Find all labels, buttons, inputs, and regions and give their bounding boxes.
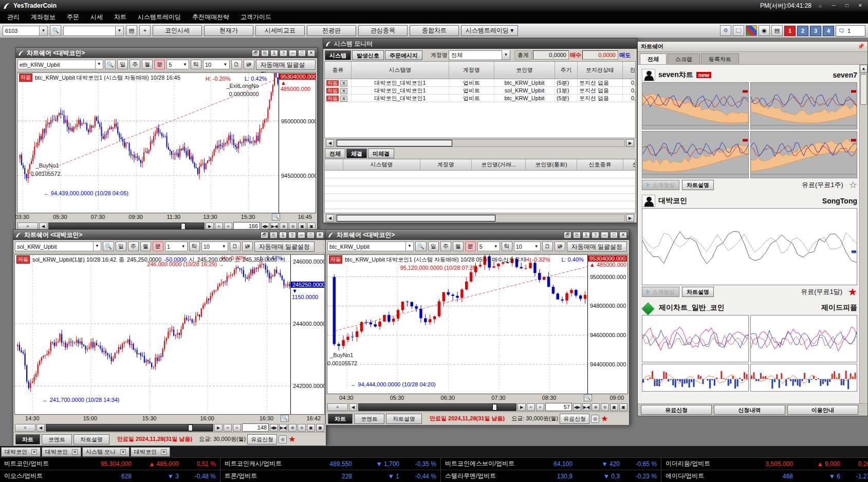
tick-button[interactable]: 틱: [189, 242, 200, 251]
workspace-page-3[interactable]: 3: [810, 26, 821, 36]
screen-number-combo[interactable]: 6103▼: [3, 26, 48, 36]
nav-systemtrading-dropdown[interactable]: 시스템트레이딩 ▾: [461, 25, 518, 36]
chart-card[interactable]: 제이차트_일반_코인 제이드피플: [642, 301, 857, 392]
chart-scrollbar[interactable]: ≡◀ ▶«» 148 ◀▶▶◀⊕⊖▣▣: [13, 423, 326, 432]
chart-thumbnail[interactable]: [642, 131, 749, 178]
record-icon[interactable]: ◎: [279, 435, 287, 443]
popout-icon[interactable]: ⎘: [261, 50, 269, 57]
col-header[interactable]: 신호가격: [623, 159, 636, 170]
chevron-down-icon[interactable]: ▼: [222, 62, 229, 67]
table-row[interactable]: 자동 X 대박코인_대박코인1 업비트 btc_KRW_Upbit (5분) 포…: [325, 95, 635, 102]
col-header[interactable]: 포지션상태: [578, 62, 623, 79]
chart-settings-icon[interactable]: 🗋: [542, 242, 553, 251]
menu-item[interactable]: 계좌정보: [31, 13, 56, 22]
chart-thumbnail[interactable]: [642, 364, 749, 392]
tick-button[interactable]: 틱: [191, 60, 201, 69]
minimize-icon[interactable]: ─: [289, 50, 297, 57]
nav-board-button[interactable]: 전광판: [307, 25, 356, 36]
col-header[interactable]: 신호종류: [577, 159, 623, 170]
magnifier-icon[interactable]: 🔍: [584, 394, 592, 401]
account-combo[interactable]: 전체▼: [449, 50, 510, 60]
tab-all[interactable]: 전체: [640, 53, 667, 64]
chart-thumbnail[interactable]: [750, 315, 857, 362]
period-day-button[interactable]: 일: [117, 60, 128, 69]
printer-icon[interactable]: ▤: [771, 25, 783, 36]
chart-card[interactable]: 대박코인 SongTong 소개영상 차트설명 유료(무료1달) ★: [642, 194, 857, 299]
chevron-down-icon[interactable]: ▼: [405, 242, 413, 251]
workspace-page-4[interactable]: 4: [823, 26, 834, 36]
favorite-star-icon[interactable]: ★: [601, 415, 608, 423]
chevron-down-icon[interactable]: ▼: [181, 62, 189, 67]
table-row[interactable]: 자동 X 대박코인_대박코인1 업비트 sol_KRW_Upbit (1분) 포…: [325, 87, 635, 95]
footer-tab-description[interactable]: 차트설명: [386, 414, 422, 424]
minute-combo[interactable]: 1▼: [165, 242, 188, 251]
symbol-combo[interactable]: eth_KRW_Upbit▼: [17, 60, 103, 69]
price-axis[interactable]: 95304000.000 ▲ 485000.000 95000000.00094…: [279, 73, 316, 213]
window-tab[interactable]: 대박코인✕: [42, 447, 81, 457]
cascade-icon[interactable]: 🗗: [564, 232, 571, 238]
monitor-icon[interactable]: 🖵: [733, 25, 744, 36]
scroll-track[interactable]: [46, 424, 213, 432]
chart-settings-icon[interactable]: 🗋: [231, 60, 242, 69]
workspace-page-2[interactable]: 2: [797, 26, 808, 36]
link-number[interactable]: 1: [582, 232, 590, 238]
tab-unfilled[interactable]: 미체결: [368, 149, 394, 158]
close-icon[interactable]: ✕: [120, 449, 126, 455]
link-number[interactable]: 1: [279, 232, 287, 238]
col-header[interactable]: 코인명: [494, 62, 555, 79]
col-header[interactable]: 시스템명: [343, 159, 420, 170]
popout-icon[interactable]: ⎘: [573, 232, 581, 238]
window-tab[interactable]: 대박코인✕: [131, 447, 170, 457]
favorite-star-icon[interactable]: ★: [848, 288, 857, 296]
panel-vscrollbar[interactable]: ▲: [859, 65, 867, 403]
cascade-icon[interactable]: 🗗: [252, 50, 260, 57]
ticker-item[interactable]: 비트코인캐시/업비트 489,550 ▼ 1,700 -0,35 %: [220, 458, 441, 470]
favorite-star-outline-icon[interactable]: ☆: [849, 179, 857, 191]
close-icon[interactable]: ✕: [316, 232, 324, 238]
settings-gear-icon[interactable]: ⚙: [720, 25, 731, 36]
chart-thumbnail[interactable]: [750, 364, 857, 392]
tick-combo[interactable]: 10▼: [514, 242, 541, 251]
symbol-combo[interactable]: sol_KRW_Upbit▼: [15, 242, 101, 251]
chart-card[interactable]: seven챠트 new seven7 소개영상 차트설명 유료(무료1주) ☆: [642, 68, 857, 192]
stop-system-button[interactable]: X: [340, 88, 347, 94]
col-header[interactable]: 종류: [325, 62, 352, 79]
chart-scrollbar[interactable]: ≡◀ ▶«» 57 ◀▶▶◀⊕⊖▣▣: [326, 402, 629, 412]
nav-watchlist-button[interactable]: 관심종목: [358, 25, 408, 36]
maximize-icon[interactable]: □: [298, 50, 306, 57]
usage-guide-button[interactable]: 이용안내: [787, 405, 858, 415]
menu-item[interactable]: 관리: [7, 13, 20, 22]
close-icon[interactable]: ✕: [161, 449, 167, 455]
table-row[interactable]: 자동 X 대박코인_대박코인1 업비트 btc_KRW_Upbit (5분) 포…: [325, 79, 635, 87]
help-icon[interactable]: ?: [592, 232, 599, 238]
chevron-down-icon[interactable]: ▼: [502, 50, 510, 60]
tick-combo[interactable]: 10▼: [203, 60, 230, 69]
col-header[interactable]: [325, 159, 343, 170]
chevron-down-icon[interactable]: ▼: [492, 244, 500, 249]
menu-item[interactable]: 주문: [67, 13, 79, 22]
search-icon[interactable]: 🔍: [105, 60, 116, 69]
ticker-item[interactable]: 이오스/업비트 628 ▼ 3 -0,48 %: [0, 470, 220, 482]
chart-titlebar[interactable]: 차트쉐어 <대박코인> 🗗⎘1?─□✕: [326, 230, 629, 240]
footer-tab-comment[interactable]: 코멘트: [354, 414, 384, 424]
period-day-button[interactable]: 일: [116, 242, 126, 251]
symbol-search-combo[interactable]: ▼: [63, 26, 124, 36]
favorite-star-icon[interactable]: ★: [288, 435, 296, 443]
menu-item[interactable]: 차트: [114, 13, 126, 22]
bar-count-box[interactable]: 57: [545, 403, 572, 411]
sc거roll-track[interactable]: [358, 403, 516, 411]
pin-icon[interactable]: 📌: [857, 43, 864, 50]
close-icon[interactable]: ✕: [619, 232, 627, 238]
ticker-item[interactable]: 트론/업비트 228 ▼ 1 -0,44 %: [220, 470, 441, 482]
col-header[interactable]: 코인명(통화): [526, 159, 577, 170]
tab-signals[interactable]: 발생신호: [352, 50, 384, 60]
menu-item[interactable]: 시세: [90, 13, 103, 22]
footer-tab-comment[interactable]: 코멘트: [42, 434, 72, 444]
nav-compare-button[interactable]: 시세비교표: [255, 25, 305, 36]
menu-item[interactable]: 시스템트레이딩: [138, 13, 181, 22]
auto-trade-settings-button[interactable]: 자동매매 일괄설정: [256, 60, 316, 70]
period-minute-button[interactable]: 분: [465, 242, 476, 251]
stop-system-button[interactable]: X: [340, 80, 347, 86]
close-icon[interactable]: ✕: [307, 50, 315, 57]
search-icon[interactable]: 🔍: [103, 242, 114, 251]
